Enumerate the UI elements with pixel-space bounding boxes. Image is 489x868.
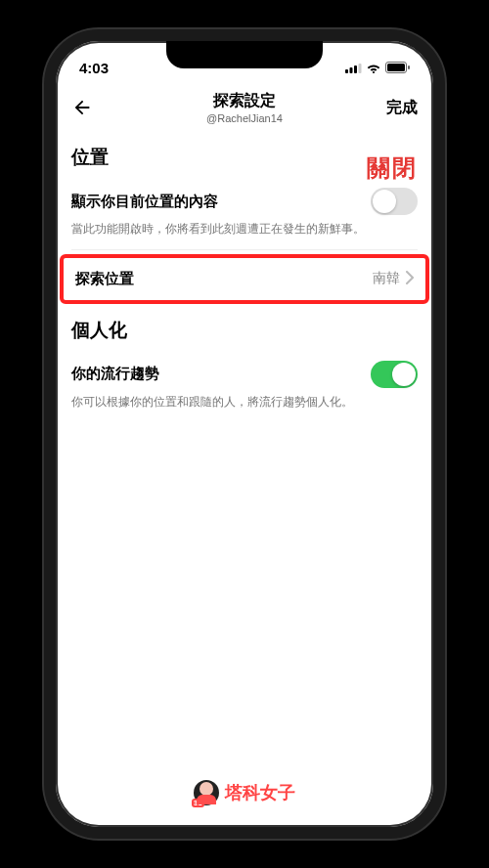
explore-location-value-wrap: 南韓 xyxy=(373,270,414,287)
back-button[interactable] xyxy=(71,97,111,118)
svg-rect-2 xyxy=(354,65,357,73)
row-show-current-location: 顯示你目前位置的內容 xyxy=(71,176,418,215)
svg-rect-3 xyxy=(359,64,362,73)
done-button[interactable]: 完成 xyxy=(375,98,418,118)
phone-frame: 4:03 探索設定 @RachelJian14 完成 關閉 位置 顯示你目前位置… xyxy=(44,29,445,839)
annotation-off-label: 關閉 xyxy=(367,152,418,184)
notch xyxy=(166,41,323,68)
show-current-location-label: 顯示你目前位置的內容 xyxy=(71,193,218,211)
watermark-badge: 3C xyxy=(192,799,204,807)
watermark: 3C 塔科女子 xyxy=(194,780,295,805)
row-trends: 你的流行趨勢 xyxy=(71,349,418,388)
row-explore-location[interactable]: 探索位置 南韓 xyxy=(60,254,429,304)
show-current-location-desc: 當此功能開啟時，你將看到此刻週遭正在發生的新鮮事。 xyxy=(71,215,418,250)
content: 關閉 位置 顯示你目前位置的內容 當此功能開啟時，你將看到此刻週遭正在發生的新鮮… xyxy=(56,145,433,422)
trends-desc: 你可以根據你的位置和跟隨的人，將流行趨勢個人化。 xyxy=(71,388,418,422)
section-header-personalization: 個人化 xyxy=(71,318,418,343)
watermark-avatar-icon: 3C xyxy=(194,780,219,805)
wifi-icon xyxy=(366,63,381,73)
nav-center: 探索設定 @RachelJian14 xyxy=(206,91,283,124)
toggle-knob xyxy=(392,363,416,386)
chevron-right-icon xyxy=(406,271,414,287)
page-subtitle: @RachelJian14 xyxy=(206,112,283,124)
status-time: 4:03 xyxy=(79,60,109,76)
svg-rect-6 xyxy=(408,65,410,69)
signal-icon xyxy=(345,63,362,73)
svg-rect-0 xyxy=(345,69,348,73)
svg-rect-1 xyxy=(350,67,353,73)
arrow-left-icon xyxy=(71,97,93,118)
explore-location-value: 南韓 xyxy=(373,270,400,287)
page-title: 探索設定 xyxy=(206,91,283,111)
show-current-location-toggle[interactable] xyxy=(371,188,418,215)
nav-bar: 探索設定 @RachelJian14 完成 xyxy=(56,84,433,131)
trends-label: 你的流行趨勢 xyxy=(71,365,159,383)
explore-location-label: 探索位置 xyxy=(75,270,134,288)
section-header-location: 位置 xyxy=(71,145,418,170)
trends-toggle[interactable] xyxy=(371,361,418,388)
toggle-knob xyxy=(373,190,396,213)
status-right xyxy=(345,62,410,73)
svg-rect-5 xyxy=(387,64,405,71)
watermark-text: 塔科女子 xyxy=(225,781,295,804)
battery-icon xyxy=(385,62,410,73)
